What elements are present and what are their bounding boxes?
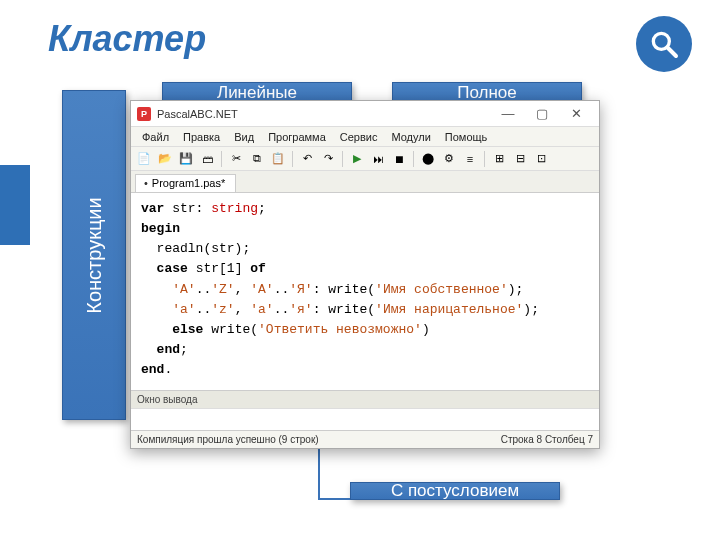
code-editor[interactable]: var str: string; begin readln(str); case… [131, 193, 599, 390]
toolbar-separator [292, 151, 293, 167]
tool-icon[interactable]: ⊟ [511, 150, 529, 168]
menu-edit[interactable]: Правка [177, 129, 226, 145]
status-compile-message: Компиляция прошла успешно (9 строк) [137, 434, 501, 445]
editor-tab[interactable]: • Program1.pas* [135, 174, 236, 192]
cluster-root-label: Конструкции [83, 197, 106, 313]
menu-view[interactable]: Вид [228, 129, 260, 145]
menu-help[interactable]: Помощь [439, 129, 494, 145]
output-panel-header[interactable]: Окно вывода [131, 390, 599, 408]
open-file-icon[interactable]: 📂 [156, 150, 174, 168]
stop-icon[interactable]: ⏹ [390, 150, 408, 168]
debug-icon[interactable]: ⚙ [440, 150, 458, 168]
save-all-icon[interactable]: 🗃 [198, 150, 216, 168]
tool-icon[interactable]: ⊡ [532, 150, 550, 168]
toolbar-separator [413, 151, 414, 167]
page-title: Кластер [48, 18, 206, 60]
magnifier-icon [648, 28, 680, 60]
tool-icon[interactable]: ⊞ [490, 150, 508, 168]
ide-tabbar: • Program1.pas* [131, 171, 599, 193]
cut-icon[interactable]: ✂ [227, 150, 245, 168]
output-panel-body[interactable] [131, 408, 599, 430]
save-icon[interactable]: 💾 [177, 150, 195, 168]
minimize-button[interactable]: — [491, 103, 525, 125]
maximize-button[interactable]: ▢ [525, 103, 559, 125]
new-file-icon[interactable]: 📄 [135, 150, 153, 168]
copy-icon[interactable]: ⧉ [248, 150, 266, 168]
status-cursor-position: Строка 8 Столбец 7 [501, 434, 593, 445]
chip-bottom: С постусловием [350, 482, 560, 500]
paste-icon[interactable]: 📋 [269, 150, 287, 168]
ide-statusbar: Компиляция прошла успешно (9 строк) Стро… [131, 430, 599, 448]
tab-label: Program1.pas* [152, 177, 225, 189]
run-icon[interactable]: ▶ [348, 150, 366, 168]
unsaved-dot-icon: • [144, 177, 148, 189]
ide-menubar: Файл Правка Вид Программа Сервис Модули … [131, 127, 599, 147]
slide-accent-bar [0, 165, 30, 245]
toolbar-separator [342, 151, 343, 167]
breakpoint-icon[interactable]: ⬤ [419, 150, 437, 168]
app-icon: P [137, 107, 151, 121]
magnify-badge[interactable] [636, 16, 692, 72]
ide-toolbar: 📄 📂 💾 🗃 ✂ ⧉ 📋 ↶ ↷ ▶ ⏭ ⏹ ⬤ ⚙ ≡ ⊞ ⊟ ⊡ [131, 147, 599, 171]
connector-line [318, 498, 350, 500]
ide-titlebar[interactable]: P PascalABC.NET — ▢ ✕ [131, 101, 599, 127]
ide-window: P PascalABC.NET — ▢ ✕ Файл Правка Вид Пр… [130, 100, 600, 449]
undo-icon[interactable]: ↶ [298, 150, 316, 168]
close-button[interactable]: ✕ [559, 103, 593, 125]
menu-program[interactable]: Программа [262, 129, 332, 145]
menu-file[interactable]: Файл [136, 129, 175, 145]
app-title: PascalABC.NET [157, 108, 491, 120]
tool-icon[interactable]: ≡ [461, 150, 479, 168]
menu-modules[interactable]: Модули [385, 129, 436, 145]
toolbar-separator [221, 151, 222, 167]
toolbar-separator [484, 151, 485, 167]
chip-label: С постусловием [391, 481, 519, 501]
step-icon[interactable]: ⏭ [369, 150, 387, 168]
cluster-root-box: Конструкции [62, 90, 126, 420]
svg-line-1 [668, 48, 676, 56]
redo-icon[interactable]: ↷ [319, 150, 337, 168]
menu-service[interactable]: Сервис [334, 129, 384, 145]
